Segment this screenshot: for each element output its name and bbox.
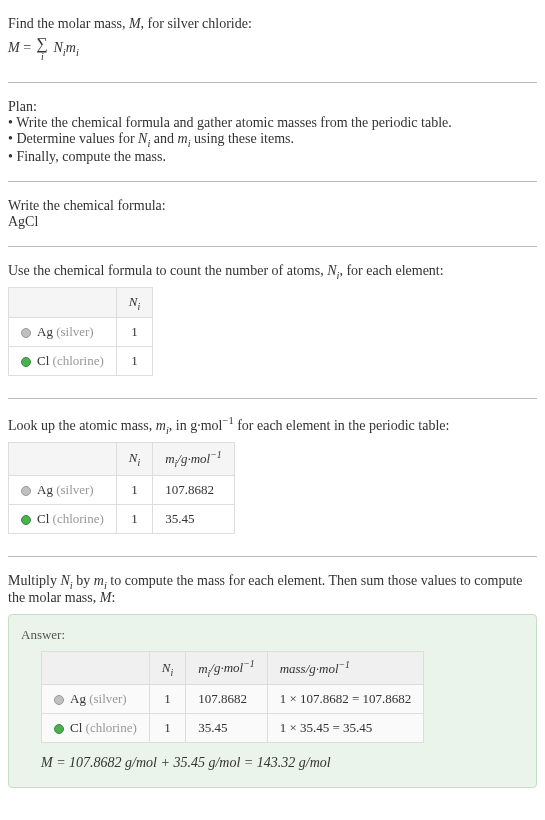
divider — [8, 181, 537, 182]
silver-dot-icon — [21, 486, 31, 496]
plan-bullet-2: • Determine values for Ni and mi using t… — [8, 131, 537, 149]
table-header-row: Ni mi/g·mol−1 — [9, 442, 235, 475]
silver-dot-icon — [21, 328, 31, 338]
table-row: Cl (chlorine) 1 35.45 — [9, 504, 235, 533]
element-cell: Cl (chlorine) — [42, 714, 150, 743]
table-row: Cl (chlorine) 1 35.45 1 × 35.45 = 35.45 — [42, 714, 424, 743]
answer-box: Answer: Ni mi/g·mol−1 mass/g·mol−1 Ag (s… — [8, 614, 537, 788]
divider — [8, 556, 537, 557]
table-row: Ag (silver) 1 — [9, 318, 153, 347]
step1-section: Write the chemical formula: AgCl — [8, 190, 537, 238]
table-header-row: Ni mi/g·mol−1 mass/g·mol−1 — [42, 652, 424, 685]
final-result: M = 107.8682 g/mol + 35.45 g/mol = 143.3… — [41, 755, 524, 771]
ni-header: Ni — [149, 652, 185, 685]
intro-section: Find the molar mass, M, for silver chlor… — [8, 8, 537, 74]
table-row: Ag (silver) 1 107.8682 — [9, 475, 235, 504]
ni-cell: 1 — [116, 475, 152, 504]
plan-section: Plan: • Write the chemical formula and g… — [8, 91, 537, 173]
chlorine-dot-icon — [21, 515, 31, 525]
divider — [8, 398, 537, 399]
element-cell: Ag (silver) — [9, 318, 117, 347]
mass-header: mass/g·mol−1 — [267, 652, 424, 685]
mi-cell: 35.45 — [153, 504, 234, 533]
mass-cell: 1 × 107.8682 = 107.8682 — [267, 685, 424, 714]
atomic-mass-table: Ni mi/g·mol−1 Ag (silver) 1 107.8682 Cl … — [8, 442, 235, 534]
ni-cell: 1 — [149, 714, 185, 743]
empty-header — [9, 442, 117, 475]
step2-header: Use the chemical formula to count the nu… — [8, 263, 537, 281]
chemical-formula: AgCl — [8, 214, 537, 230]
step3-section: Look up the atomic mass, mi, in g·mol−1 … — [8, 407, 537, 547]
chlorine-dot-icon — [21, 357, 31, 367]
step1-header: Write the chemical formula: — [8, 198, 537, 214]
step4-section: Multiply Ni by mi to compute the mass fo… — [8, 565, 537, 797]
ni-cell: 1 — [116, 318, 152, 347]
plan-header: Plan: — [8, 99, 537, 115]
empty-header — [9, 287, 117, 318]
mi-cell: 107.8682 — [153, 475, 234, 504]
step2-section: Use the chemical formula to count the nu… — [8, 255, 537, 390]
element-cell: Ag (silver) — [9, 475, 117, 504]
plan-bullet-1: • Write the chemical formula and gather … — [8, 115, 537, 131]
mi-cell: 35.45 — [186, 714, 267, 743]
table-row: Ag (silver) 1 107.8682 1 × 107.8682 = 10… — [42, 685, 424, 714]
step3-header: Look up the atomic mass, mi, in g·mol−1 … — [8, 415, 537, 435]
divider — [8, 82, 537, 83]
ni-cell: 1 — [116, 347, 152, 376]
divider — [8, 246, 537, 247]
plan-bullet-3: • Finally, compute the mass. — [8, 149, 537, 165]
element-cell: Cl (chlorine) — [9, 504, 117, 533]
element-cell: Ag (silver) — [42, 685, 150, 714]
step4-header: Multiply Ni by mi to compute the mass fo… — [8, 573, 537, 607]
ni-cell: 1 — [149, 685, 185, 714]
answer-label: Answer: — [21, 627, 524, 643]
molar-mass-formula: M = ∑ i Nimi — [8, 36, 537, 62]
sum-icon: ∑ i — [37, 36, 48, 62]
table-row: Cl (chlorine) 1 — [9, 347, 153, 376]
ni-header: Ni — [116, 442, 152, 475]
mi-header: mi/g·mol−1 — [186, 652, 267, 685]
ni-cell: 1 — [116, 504, 152, 533]
answer-table: Ni mi/g·mol−1 mass/g·mol−1 Ag (silver) 1… — [41, 651, 424, 743]
mi-header: mi/g·mol−1 — [153, 442, 234, 475]
intro-line: Find the molar mass, M, for silver chlor… — [8, 16, 537, 32]
element-cell: Cl (chlorine) — [9, 347, 117, 376]
silver-dot-icon — [54, 695, 64, 705]
mass-cell: 1 × 35.45 = 35.45 — [267, 714, 424, 743]
table-header-row: Ni — [9, 287, 153, 318]
ni-header: Ni — [116, 287, 152, 318]
empty-header — [42, 652, 150, 685]
atom-count-table: Ni Ag (silver) 1 Cl (chlorine) 1 — [8, 287, 153, 377]
mi-cell: 107.8682 — [186, 685, 267, 714]
chlorine-dot-icon — [54, 724, 64, 734]
